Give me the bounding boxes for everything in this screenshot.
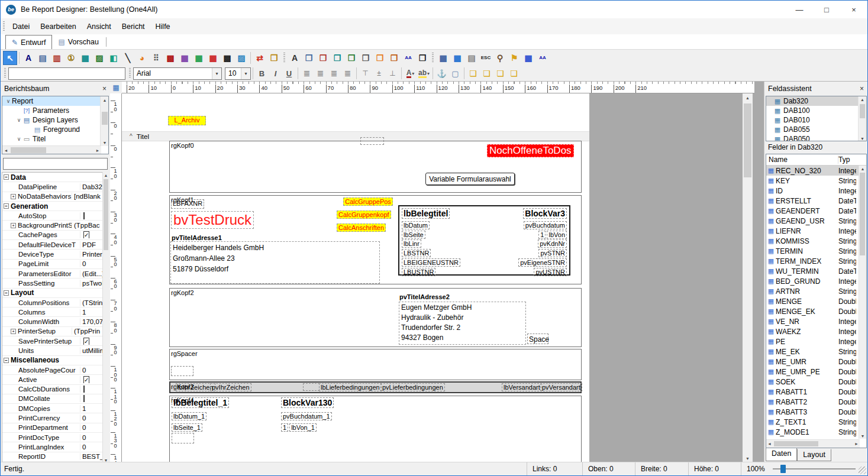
expand-icon[interactable]: +: [11, 194, 16, 199]
barcode2d-tool[interactable]: ▩: [220, 51, 234, 65]
bold-button[interactable]: B: [255, 67, 269, 80]
prop-row-nodatabehaviors[interactable]: +NoDataBehaviors[ndBlank: [2, 192, 108, 202]
collapse-icon[interactable]: −: [4, 358, 9, 363]
prop-row-defaultfiledevicet[interactable]: DefaultFileDeviceTPDF: [2, 240, 108, 250]
dp-chart2-tool[interactable]: ❐: [387, 51, 401, 65]
menu-grip[interactable]: [3, 21, 5, 32]
memo-file-tool[interactable]: ▤: [464, 51, 479, 65]
region-rgkopf4[interactable]: rgKopf4 lbBelegtitel_1 BlockVar130 lbDat…: [169, 396, 582, 463]
block-row-lbustnr[interactable]: LBUSTNRpvUSTNR: [399, 268, 569, 277]
db-image-tool[interactable]: ▨: [234, 51, 249, 65]
richtext-tool[interactable]: ▥: [50, 51, 64, 65]
fields-vscrollbar[interactable]: ▲ ▼: [859, 166, 866, 439]
calculator-tool[interactable]: ▦: [206, 51, 220, 65]
toolbar-grip[interactable]: [432, 53, 434, 63]
field-row-menge[interactable]: ▦MENGEDouble: [766, 296, 866, 306]
block-row-value[interactable]: pvSTNR: [538, 249, 567, 257]
esc-tool[interactable]: ESC: [479, 51, 493, 65]
valign-bottom-button[interactable]: ⊥: [386, 67, 399, 80]
field-row-rabatt2[interactable]: ▦RABATT2Double: [766, 397, 866, 407]
kopf3-empty-box[interactable]: [303, 383, 320, 391]
expand-icon[interactable]: +: [11, 329, 16, 334]
ruler-corner-icon[interactable]: ▦: [110, 82, 122, 93]
prop-row-units[interactable]: UnitsutMillime: [2, 346, 108, 355]
prop-row-columnpositions[interactable]: ColumnPositions(TString: [2, 298, 108, 307]
calc-label-1[interactable]: CalcGruppePos: [343, 197, 393, 206]
addr2-memo[interactable]: Eugen Metzger GmbHHydraulik - ZubehörTru…: [399, 302, 526, 345]
kopf4-row-lbseite_1[interactable]: lbSeite_11lbVon_1: [170, 423, 581, 432]
field-row-wu_termin[interactable]: ▦WU_TERMINDateTime: [766, 266, 866, 276]
prop-section-data[interactable]: −Data: [2, 173, 108, 182]
prop-row-dmcopies[interactable]: DMCopies1: [2, 404, 108, 413]
tab-daten[interactable]: Daten: [766, 448, 797, 461]
field-row-id[interactable]: ▦IDInteger: [766, 186, 866, 196]
font-toolbar-grip[interactable]: [129, 68, 131, 79]
prop-row-datapipeline[interactable]: DataPipelineDab320: [2, 182, 108, 192]
block-row-lbstnr[interactable]: LBSTNRpvSTNR: [399, 249, 569, 258]
font-name-dropdown-icon[interactable]: ▾: [212, 68, 221, 79]
tree-item-design-layers[interactable]: ∨▤Design Layers: [2, 115, 101, 125]
highlight-color-button[interactable]: ab▾: [417, 67, 431, 80]
field-row-me_umr_pe[interactable]: ▦ME_UMR_PEDouble: [766, 367, 866, 377]
field-row-bed_grund[interactable]: ▦BED_GRUNDInteger: [766, 276, 866, 286]
italic-button[interactable]: I: [269, 67, 282, 80]
checkbox-icon[interactable]: ✓: [83, 376, 89, 383]
table-tool[interactable]: ▦: [450, 51, 464, 65]
field-assistant-close-icon[interactable]: ×: [860, 85, 864, 93]
field-row-geaend_usr[interactable]: ▦GEAEND_USRString: [766, 216, 866, 226]
block-row-lbdatum[interactable]: lbDatumpvBuchdatum: [399, 221, 569, 230]
prop-row-absolutepagecour[interactable]: AbsolutePageCour0: [2, 365, 108, 375]
menu-item-ansicht[interactable]: Ansicht: [82, 20, 117, 33]
prop-row-pagelimit[interactable]: PageLimit0: [2, 260, 108, 269]
kopf3-item-pvlieferbedingungen[interactable]: pvLieferbedingungen: [380, 383, 445, 391]
kopf3-item-lbversandart[interactable]: lbVersandart: [502, 383, 542, 391]
field-row-me_ek[interactable]: ▦ME_EKString: [766, 347, 866, 357]
todo-label[interactable]: NochOffeneToDos: [487, 144, 574, 157]
image-tool[interactable]: ▨: [92, 51, 107, 65]
field-row-geaendert[interactable]: ▦GEAENDERTDateTime: [766, 206, 866, 216]
crosstab-tool[interactable]: ▦: [192, 51, 206, 65]
canvas-vscrollbar[interactable]: ▲ ▼: [743, 93, 753, 463]
prop-row-columns[interactable]: Columns1: [2, 307, 108, 317]
dataset-tree-scrollbar[interactable]: ▲ ▼: [858, 96, 866, 141]
prop-row-columnwidth[interactable]: ColumnWidth170,078: [2, 317, 108, 326]
format-toolbar-grip[interactable]: [4, 68, 6, 79]
menu-item-bericht[interactable]: Bericht: [117, 20, 150, 33]
chevron-down-icon[interactable]: ∨: [5, 98, 12, 104]
band-collapse-icon[interactable]: ^: [130, 133, 133, 140]
swap-arrows-tool[interactable]: ⇄: [253, 51, 267, 65]
search-tool[interactable]: ⚲: [493, 51, 507, 65]
maximize-button[interactable]: □: [813, 1, 840, 18]
tree-item-titel[interactable]: ∨▭Titel: [2, 134, 101, 144]
field-row-me_umr[interactable]: ▦ME_UMRDouble: [766, 357, 866, 367]
collapse-icon[interactable]: −: [4, 290, 9, 296]
field-row-liefnr[interactable]: ▦LIEFNRInteger: [766, 226, 866, 236]
dp-barcode2d-tool[interactable]: ❐: [415, 51, 430, 65]
font-size-tool[interactable]: AA: [401, 51, 415, 65]
dataset-item-dab055[interactable]: ▦DAB055: [766, 125, 866, 134]
fields-hscrollbar[interactable]: ◄ ►: [766, 439, 860, 448]
move-backward-button[interactable]: ❏: [507, 67, 521, 80]
variable-tool[interactable]: ▦: [78, 51, 92, 65]
exit-tool[interactable]: ❒: [267, 51, 281, 65]
align-left-button[interactable]: ≣: [300, 67, 314, 80]
font-color-button[interactable]: A▾: [404, 67, 417, 80]
valign-middle-button[interactable]: ±: [372, 67, 386, 80]
font-name-combo[interactable]: Arial▾: [133, 67, 222, 80]
band-header-titel[interactable]: ^ Titel: [122, 131, 589, 141]
tab-layout[interactable]: Layout: [797, 449, 831, 461]
block-row-lbseite[interactable]: lbSeite1lbVon: [399, 231, 569, 239]
subreport-tool[interactable]: ▦: [436, 51, 450, 65]
block-row-value[interactable]: 1: [538, 231, 546, 239]
spacer-placeholder-box[interactable]: [171, 366, 193, 376]
select-tool[interactable]: ↖: [3, 51, 17, 65]
resize-grip[interactable]: [859, 467, 866, 474]
calc-label-3[interactable]: CalcAnschriften: [337, 224, 386, 232]
region-rgkopf2[interactable]: rgKopf2 pvTitelAdresse2 Eugen Metzger Gm…: [169, 288, 582, 347]
tree-item-report[interactable]: ∨Report: [2, 96, 101, 106]
object-selector-combo[interactable]: [8, 67, 125, 80]
prop-row-dmcollate[interactable]: DMCollate: [2, 394, 108, 404]
field-row-ve_nr[interactable]: ▦VE_NRInteger: [766, 316, 866, 326]
font-size-dropdown-icon[interactable]: ▾: [241, 68, 250, 79]
prop-row-active[interactable]: Active✓: [2, 375, 108, 384]
